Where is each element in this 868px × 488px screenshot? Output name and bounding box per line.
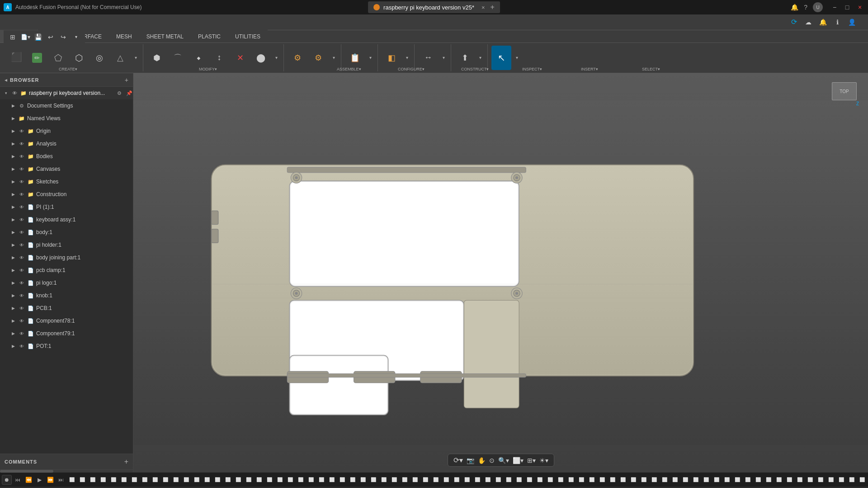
tree-eye-icon[interactable]: 👁 <box>18 153 25 160</box>
assemble-as-built-btn[interactable]: ⚙ <box>308 46 328 70</box>
viewport-orbit-icon[interactable]: ⟳▾ <box>453 456 463 465</box>
create-new-component-btn[interactable]: ⬛ <box>6 46 26 70</box>
anim-btn-65[interactable]: ⬜ <box>732 475 742 485</box>
configure-more-btn[interactable]: ▾ <box>366 46 375 70</box>
anim-btn-61[interactable]: ⬜ <box>691 475 701 485</box>
anim-btn-60[interactable]: ⬜ <box>680 475 690 485</box>
anim-btn-4[interactable]: ⬜ <box>98 475 108 485</box>
inspect-more-btn[interactable]: ▾ <box>439 46 448 70</box>
select-btn[interactable]: ↖ <box>491 46 511 70</box>
modify-press-pull-btn[interactable]: ⬢ <box>147 46 167 70</box>
inspect-measure-btn[interactable]: ↔ <box>418 46 438 70</box>
tree-eye-icon[interactable]: 👁 <box>18 216 25 223</box>
tree-eye-icon[interactable]: 👁 <box>18 203 25 211</box>
tree-keyboard-assy[interactable]: ▶ 👁 📄 keyboard assy:1 <box>0 213 133 226</box>
anim-btn-43[interactable]: ⬜ <box>504 475 514 485</box>
anim-btn-44[interactable]: ⬜ <box>514 475 524 485</box>
anim-btn-68[interactable]: ⬜ <box>764 475 774 485</box>
construct-more-btn[interactable]: ▾ <box>402 46 411 70</box>
tree-body[interactable]: ▶ 👁 📄 body:1 <box>0 226 133 239</box>
anim-btn-37[interactable]: ⬜ <box>441 475 451 485</box>
browser-collapse-icon[interactable]: ◂ <box>5 77 7 83</box>
anim-btn-42[interactable]: ⬜ <box>493 475 503 485</box>
add-tab-icon[interactable]: + <box>491 3 495 11</box>
create-sweep-btn[interactable]: △ <box>110 46 130 70</box>
tree-eye-icon[interactable]: 👁 <box>18 127 25 135</box>
tab-sheet-metal[interactable]: SHEET METAL <box>139 32 191 42</box>
tree-eye-icon[interactable]: 👁 <box>18 267 25 274</box>
view-cube-top-face[interactable]: TOP <box>832 82 857 100</box>
sync-icon[interactable]: ⟳ <box>788 17 799 28</box>
tree-eye-icon[interactable]: 👁 <box>18 241 25 249</box>
tree-pot[interactable]: ▶ 👁 📄 POT:1 <box>0 340 133 352</box>
anim-btn-28[interactable]: ⬜ <box>348 475 358 485</box>
anim-forward-icon[interactable]: ⏩ <box>45 475 55 485</box>
browser-root-item[interactable]: ▾ 👁 📁 raspberry pi keyboard version... ⚙… <box>0 87 133 99</box>
tree-eye-icon[interactable]: 👁 <box>18 330 25 337</box>
anim-btn-20[interactable]: ⬜ <box>264 475 274 485</box>
anim-btn-26[interactable]: ⬜ <box>327 475 337 485</box>
tree-eye-icon[interactable]: 👁 <box>18 317 25 324</box>
modify-shell-btn[interactable]: ↕ <box>209 46 229 70</box>
anim-btn-45[interactable]: ⬜ <box>524 475 534 485</box>
quick-access-more-icon[interactable]: ▾ <box>71 32 81 42</box>
viewport-env-icon[interactable]: ☀▾ <box>539 457 548 464</box>
tree-eye-icon[interactable]: 👁 <box>18 165 25 173</box>
assemble-more-btn[interactable]: ▾ <box>329 46 338 70</box>
anim-record-icon[interactable]: ⏺ <box>2 475 12 485</box>
anim-btn-35[interactable]: ⬜ <box>420 475 430 485</box>
anim-btn-49[interactable]: ⬜ <box>566 475 576 485</box>
anim-btn-48[interactable]: ⬜ <box>556 475 566 485</box>
create-more-btn[interactable]: ▾ <box>131 46 140 70</box>
bell-icon[interactable]: 🔔 <box>817 17 828 28</box>
anim-btn-41[interactable]: ⬜ <box>483 475 493 485</box>
create-sketch-btn[interactable]: ✏ <box>27 46 47 70</box>
anim-btn-1[interactable]: ⬜ <box>67 475 77 485</box>
insert-derive-btn[interactable]: ⬆ <box>455 46 475 70</box>
anim-btn-38[interactable]: ⬜ <box>452 475 462 485</box>
modify-delete-btn[interactable]: ✕ <box>230 46 250 70</box>
tree-eye-icon[interactable]: 👁 <box>18 178 25 185</box>
tree-sketches[interactable]: ▶ 👁 📁 Sketches <box>0 175 133 188</box>
anim-btn-56[interactable]: ⬜ <box>639 475 649 485</box>
anim-btn-72[interactable]: ⬜ <box>805 475 815 485</box>
maximize-button[interactable]: □ <box>843 3 852 12</box>
anim-btn-14[interactable]: ⬜ <box>202 475 212 485</box>
tree-canvases[interactable]: ▶ 👁 📁 Canvases <box>0 163 133 175</box>
anim-btn-59[interactable]: ⬜ <box>670 475 680 485</box>
anim-btn-33[interactable]: ⬜ <box>400 475 410 485</box>
anim-btn-19[interactable]: ⬜ <box>254 475 264 485</box>
anim-btn-76[interactable]: ⬜ <box>847 475 857 485</box>
anim-btn-74[interactable]: ⬜ <box>826 475 836 485</box>
anim-btn-2[interactable]: ⬜ <box>77 475 87 485</box>
view-cube[interactable]: TOP Z <box>832 82 859 109</box>
tree-eye-icon[interactable]: 👁 <box>18 254 25 261</box>
anim-btn-13[interactable]: ⬜ <box>192 475 202 485</box>
tree-construction[interactable]: ▶ 👁 📁 Construction <box>0 188 133 201</box>
anim-btn-69[interactable]: ⬜ <box>774 475 784 485</box>
root-pin-icon[interactable]: 📌 <box>126 89 133 97</box>
anim-btn-55[interactable]: ⬜ <box>628 475 638 485</box>
user-icon[interactable]: 👤 <box>846 17 857 28</box>
anim-btn-71[interactable]: ⬜ <box>795 475 805 485</box>
anim-btn-31[interactable]: ⬜ <box>379 475 389 485</box>
tree-origin[interactable]: ▶ 👁 📁 Origin <box>0 125 133 137</box>
tree-knob[interactable]: ▶ 👁 📄 knob:1 <box>0 289 133 302</box>
modify-scale-btn[interactable]: ⬤ <box>251 46 271 70</box>
viewport-pan-icon[interactable]: ✋ <box>478 457 486 464</box>
minimize-button[interactable]: − <box>830 3 839 12</box>
anim-btn-75[interactable]: ⬜ <box>836 475 846 485</box>
anim-rewind-icon[interactable]: ⏪ <box>24 475 33 485</box>
tree-eye-icon[interactable]: 👁 <box>18 279 25 286</box>
configure-btn[interactable]: 📋 <box>345 46 365 70</box>
anim-btn-8[interactable]: ⬜ <box>140 475 150 485</box>
tree-eye-icon[interactable]: 👁 <box>18 343 25 350</box>
anim-btn-3[interactable]: ⬜ <box>88 475 98 485</box>
anim-btn-21[interactable]: ⬜ <box>275 475 285 485</box>
modify-chamfer-btn[interactable]: ⬥ <box>189 46 208 70</box>
tree-body-joining[interactable]: ▶ 👁 📄 body joining part:1 <box>0 251 133 264</box>
construct-offset-plane-btn[interactable]: ◧ <box>382 46 401 70</box>
anim-btn-9[interactable]: ⬜ <box>150 475 160 485</box>
undo-icon[interactable]: ↩ <box>45 32 56 42</box>
create-extrude-btn[interactable]: ⬡ <box>69 46 89 70</box>
